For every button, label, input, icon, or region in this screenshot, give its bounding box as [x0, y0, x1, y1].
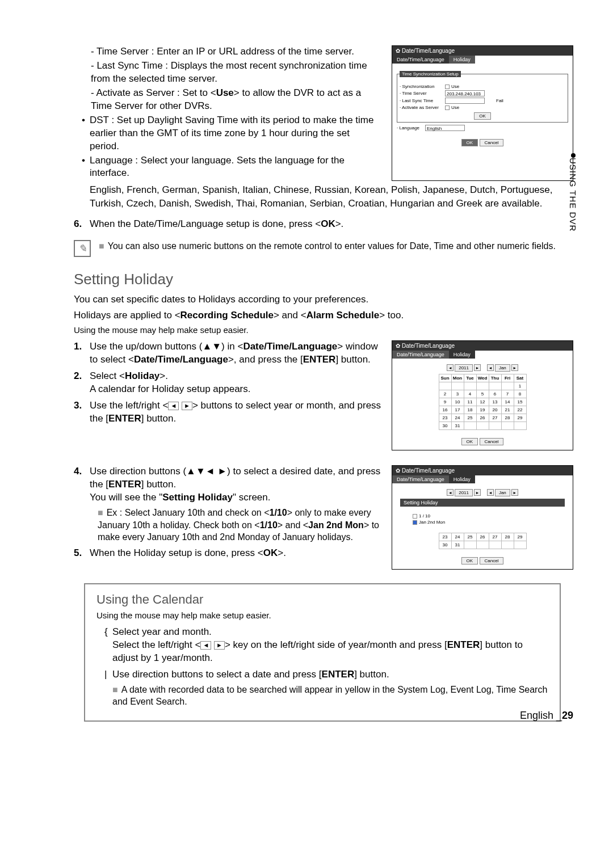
- cal-day[interactable]: 25: [464, 533, 476, 541]
- field-language[interactable]: English: [425, 125, 465, 131]
- cal-day[interactable]: 25: [464, 414, 476, 422]
- window-title: ✿Date/Time/Language: [392, 466, 573, 475]
- tab-date-time-language[interactable]: Date/Time/Language: [392, 475, 449, 483]
- cal-day[interactable]: 26: [476, 533, 489, 541]
- cal-day[interactable]: 12: [476, 398, 489, 406]
- cancel-button[interactable]: Cancel: [480, 557, 504, 564]
- tab-holiday[interactable]: Holiday: [449, 475, 475, 483]
- year-prev-button[interactable]: ◄: [447, 489, 454, 496]
- cal-day[interactable]: [489, 382, 501, 390]
- cal-dow: Wed: [476, 374, 489, 382]
- cal-day[interactable]: [514, 422, 526, 430]
- cal-day[interactable]: 26: [476, 414, 489, 422]
- tab-date-time-language[interactable]: Date/Time/Language: [392, 56, 449, 64]
- year-display[interactable]: 2011: [455, 364, 473, 372]
- cal-day[interactable]: 10: [451, 398, 464, 406]
- month-next-button[interactable]: ►: [511, 489, 518, 496]
- checkbox-1-10[interactable]: [413, 514, 417, 519]
- month-display[interactable]: Jan: [495, 489, 510, 496]
- ok-button[interactable]: OK: [461, 557, 478, 564]
- calendar-table-partial[interactable]: 232425262728293031: [439, 533, 527, 549]
- month-prev-button[interactable]: ◄: [487, 364, 494, 371]
- cal-day[interactable]: 17: [451, 406, 464, 414]
- cal-day[interactable]: [476, 541, 489, 549]
- window-title: ✿Date/Time/Language: [392, 46, 573, 56]
- calendar-table[interactable]: SunMonTueWedThuFriSat 123456789101112131…: [439, 374, 527, 430]
- checkbox-sync[interactable]: [445, 85, 450, 89]
- ok-button[interactable]: OK: [461, 438, 478, 445]
- cal-day[interactable]: 24: [451, 533, 464, 541]
- cal-day[interactable]: 4: [464, 390, 476, 398]
- cal-day[interactable]: 3: [451, 390, 464, 398]
- tab-date-time-language[interactable]: Date/Time/Language: [392, 351, 449, 359]
- year-display[interactable]: 2011: [455, 489, 473, 496]
- cal-day[interactable]: 9: [439, 398, 451, 406]
- cancel-button[interactable]: Cancel: [480, 438, 504, 445]
- cal-day[interactable]: [451, 382, 464, 390]
- cal-day[interactable]: 20: [489, 406, 501, 414]
- cal-day[interactable]: [489, 422, 501, 430]
- year-prev-button[interactable]: ◄: [447, 364, 454, 371]
- cal-day[interactable]: 16: [439, 406, 451, 414]
- ok-button[interactable]: OK: [461, 139, 478, 146]
- cal-day[interactable]: 15: [514, 398, 526, 406]
- note-box: ✎ ■You can also use numeric buttons on t…: [74, 240, 573, 257]
- cal-day[interactable]: 24: [451, 414, 464, 422]
- cal-day[interactable]: 13: [489, 398, 501, 406]
- cal-day[interactable]: [501, 541, 514, 549]
- cal-day[interactable]: 30: [439, 541, 451, 549]
- checkbox-activate[interactable]: [445, 106, 450, 110]
- cal-day[interactable]: 23: [439, 533, 451, 541]
- cal-day[interactable]: [514, 541, 526, 549]
- year-next-button[interactable]: ►: [474, 364, 481, 371]
- cal-day[interactable]: 19: [476, 406, 489, 414]
- cal-day[interactable]: [501, 382, 514, 390]
- year-next-button[interactable]: ►: [474, 489, 481, 496]
- cal-day[interactable]: 22: [514, 406, 526, 414]
- cal-day[interactable]: [464, 382, 476, 390]
- cal-day[interactable]: [464, 541, 476, 549]
- cal-day[interactable]: [501, 422, 514, 430]
- item-last-sync: Last Sync Time : Displays the most recen…: [91, 60, 381, 86]
- cal-day[interactable]: [439, 382, 451, 390]
- cal-day[interactable]: 27: [489, 533, 501, 541]
- opt-jan2mon: Jan 2nd Mon: [419, 520, 445, 525]
- month-display[interactable]: Jan: [495, 364, 510, 372]
- tab-holiday[interactable]: Holiday: [449, 351, 475, 359]
- cal-day[interactable]: 6: [489, 390, 501, 398]
- cancel-button[interactable]: Cancel: [480, 139, 504, 146]
- cal-day[interactable]: [489, 541, 501, 549]
- cal-day[interactable]: 11: [464, 398, 476, 406]
- cal-day[interactable]: 14: [501, 398, 514, 406]
- month-next-button[interactable]: ►: [511, 364, 518, 371]
- cal-day[interactable]: 28: [501, 414, 514, 422]
- field-time-server[interactable]: 203.248.240.103: [445, 90, 485, 96]
- cal-day[interactable]: [476, 382, 489, 390]
- cal-day[interactable]: 29: [514, 533, 526, 541]
- panel-ok-button[interactable]: OK: [474, 112, 491, 120]
- cal-day[interactable]: 29: [514, 414, 526, 422]
- page-footer: English _29: [520, 710, 573, 722]
- step-5: 5.When the Holiday setup is done, press …: [90, 547, 381, 560]
- cal-day[interactable]: 21: [501, 406, 514, 414]
- cal-day[interactable]: 28: [501, 533, 514, 541]
- cal-day[interactable]: 8: [514, 390, 526, 398]
- cal-day[interactable]: [464, 422, 476, 430]
- cal-day[interactable]: 18: [464, 406, 476, 414]
- item-time-server: Time Server : Enter an IP or URL address…: [91, 45, 381, 58]
- cal-day[interactable]: 30: [439, 422, 451, 430]
- cal-day[interactable]: 23: [439, 414, 451, 422]
- tab-holiday[interactable]: Holiday: [449, 56, 475, 64]
- sublist-time-options: Time Server : Enter an IP or URL address…: [74, 45, 381, 113]
- cal-day[interactable]: 1: [514, 382, 526, 390]
- checkbox-jan-2nd-mon[interactable]: [413, 520, 417, 525]
- cal-day[interactable]: 31: [451, 541, 464, 549]
- cal-day[interactable]: [476, 422, 489, 430]
- bullet-square-icon: ■: [112, 685, 118, 694]
- cal-day[interactable]: 31: [451, 422, 464, 430]
- cal-day[interactable]: 7: [501, 390, 514, 398]
- cal-day[interactable]: 27: [489, 414, 501, 422]
- cal-day[interactable]: 5: [476, 390, 489, 398]
- cal-day[interactable]: 2: [439, 390, 451, 398]
- month-prev-button[interactable]: ◄: [487, 489, 494, 496]
